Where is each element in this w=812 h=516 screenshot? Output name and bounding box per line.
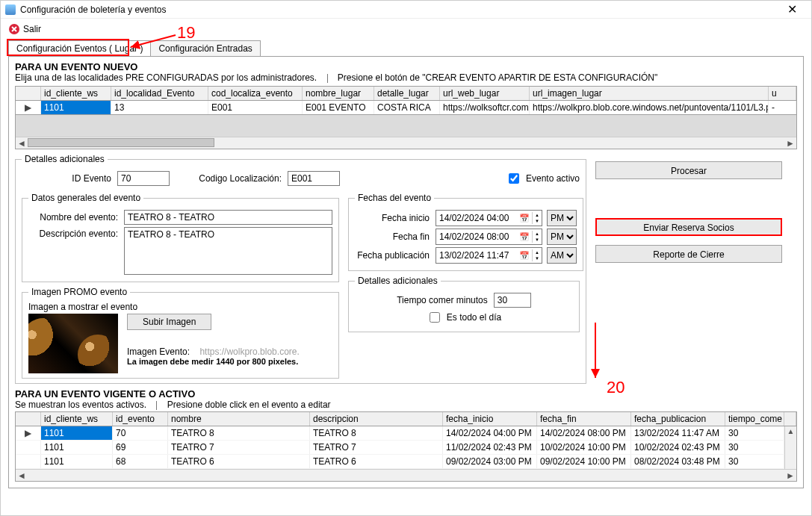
col-cod-localiza-evento[interactable]: cod_localiza_evento <box>208 87 303 100</box>
window-close-button[interactable]: ✕ <box>777 1 807 19</box>
note-dimensiones-imagen: La imagen debe medir 1440 por 800 pixele… <box>127 357 332 366</box>
label-evento-activo: Evento activo <box>526 173 580 184</box>
cell-url-web-lugar: https://wolksoftcr.com/ <box>440 101 530 114</box>
spinner-icon[interactable]: ▲▼ <box>532 212 542 224</box>
select-ampm-publicacion[interactable]: AM <box>547 247 577 264</box>
tab-config-entradas[interactable]: Configuración Entradas <box>150 40 260 56</box>
procesar-button[interactable]: Procesar <box>595 161 782 179</box>
cell-tiempo-come: 30 <box>725 455 784 468</box>
scroll-right-icon[interactable]: ► <box>784 470 796 481</box>
cell-id-evento: 69 <box>113 441 168 454</box>
scroll-right-icon[interactable]: ► <box>784 138 796 149</box>
grid-corner <box>16 412 41 426</box>
select-ampm-inicio[interactable]: PM <box>547 210 577 226</box>
label-id-evento: ID Evento <box>22 173 111 184</box>
col-url-imagen-lugar[interactable]: url_imagen_lugar <box>530 87 769 100</box>
input-fecha-inicio[interactable] <box>436 211 517 225</box>
datetime-fecha-inicio[interactable]: 📅 ▲▼ <box>436 210 542 226</box>
cell-id-localidad-evento: 13 <box>111 101 208 114</box>
datetime-fecha-publicacion[interactable]: 📅 ▲▼ <box>436 247 542 264</box>
cell-fecha-publicacion: 13/02/2024 11:47 AM <box>631 426 725 440</box>
vscroll-head-gap <box>784 412 796 426</box>
input-fecha-publicacion[interactable] <box>436 249 517 262</box>
calendar-icon[interactable]: 📅 <box>517 251 532 261</box>
section-new-title: PARA UN EVENTO NUEVO <box>15 61 797 72</box>
cell-nombre-lugar: E001 EVENTO <box>303 101 374 114</box>
grid-localidades-row[interactable]: ▶ 1101 13 E001 E001 EVENTO COSTA RICA ht… <box>16 101 796 114</box>
col2-fecha-inicio[interactable]: fecha_inicio <box>443 412 537 426</box>
grid-eventos-row[interactable]: ▶110170TEATRO 8TEATRO 814/02/2024 04:00 … <box>16 426 784 441</box>
input-tiempo-comer[interactable] <box>494 293 531 308</box>
reporte-de-cierre-button[interactable]: Reporte de Cierre <box>595 245 782 263</box>
col2-fecha-fin[interactable]: fecha_fin <box>537 412 631 426</box>
cell-detalle-lugar: COSTA RICA <box>374 101 440 114</box>
spinner-icon[interactable]: ▲▼ <box>532 231 542 243</box>
scroll-up-icon[interactable]: ▲ <box>787 426 795 437</box>
legend-detalles-adicionales-2: Detalles adicionales <box>355 276 441 286</box>
col2-tiempo-come[interactable]: tiempo_come <box>725 412 784 426</box>
col-detalle-lugar[interactable]: detalle_lugar <box>374 87 440 100</box>
input-id-evento[interactable] <box>117 171 170 186</box>
grid-eventos-row[interactable]: 110169TEATRO 7TEATRO 711/02/2024 02:43 P… <box>16 441 784 455</box>
cell-fecha-inicio: 11/02/2024 02:43 PM <box>443 441 537 454</box>
col-extra[interactable]: u <box>769 87 796 100</box>
grid-eventos-row[interactable]: 110168TEATRO 6TEATRO 609/02/2024 03:00 P… <box>16 455 784 469</box>
grid-eventos-header: id_cliente_ws id_evento nombre descripci… <box>16 412 796 426</box>
cell-id-evento: 68 <box>113 455 168 468</box>
cell-id-cliente-ws: 1101 <box>41 426 113 440</box>
scroll-thumb[interactable] <box>28 138 214 147</box>
cell-fecha-fin: 14/02/2024 08:00 PM <box>537 426 631 440</box>
separator-icon <box>327 74 328 83</box>
scroll-left-icon[interactable]: ◄ <box>16 470 28 481</box>
legend-imagen-promo: Imagen PROMO evento <box>28 287 130 297</box>
cell-cod-localiza-evento: E001 <box>208 101 303 114</box>
cell-id-cliente-ws: 1101 <box>41 455 113 468</box>
fieldset-imagen-promo: Imagen PROMO evento Imagen a mostrar el … <box>22 287 339 379</box>
grid-eventos-activos[interactable]: id_cliente_ws id_evento nombre descripci… <box>15 411 797 482</box>
cell-id-cliente-ws: 1101 <box>41 441 113 454</box>
input-nombre-evento[interactable] <box>124 210 332 225</box>
select-ampm-fin[interactable]: PM <box>547 229 577 245</box>
col-id-localidad-evento[interactable]: id_localidad_Evento <box>111 87 208 100</box>
subir-imagen-button[interactable]: Subir Imagen <box>127 314 211 330</box>
cell-nombre: TEATRO 8 <box>168 426 310 440</box>
cell-fecha-publicacion: 08/02/2024 03:48 PM <box>631 455 725 468</box>
legend-fechas-evento: Fechas del evento <box>355 193 434 203</box>
grid-hscrollbar[interactable]: ◄ ► <box>16 137 796 149</box>
grid-localidades[interactable]: id_cliente_ws id_localidad_Evento cod_lo… <box>15 86 797 149</box>
col-id-cliente-ws[interactable]: id_cliente_ws <box>41 87 111 100</box>
enviar-reserva-socios-button[interactable]: Enviar Reserva Socios <box>595 218 782 236</box>
col-url-web-lugar[interactable]: url_web_lugar <box>440 87 530 100</box>
textarea-descripcion-evento[interactable]: TEATRO 8 - TEATRO <box>124 227 332 275</box>
checkbox-evento-activo[interactable] <box>509 173 519 184</box>
col2-id-cliente-ws[interactable]: id_cliente_ws <box>41 412 113 426</box>
col2-id-evento[interactable]: id_evento <box>113 412 168 426</box>
grid-vscrollbar[interactable]: ▲ <box>784 426 796 469</box>
section-new-hint: Elija una de las localidades PRE CONFIGU… <box>15 72 797 83</box>
calendar-icon[interactable]: 📅 <box>517 232 532 242</box>
input-codigo-localizacion[interactable] <box>288 171 340 186</box>
spinner-icon[interactable]: ▲▼ <box>532 249 542 261</box>
tab-panel: PARA UN EVENTO NUEVO Elija una de las lo… <box>8 56 804 488</box>
cell-fecha-fin: 10/02/2024 10:00 PM <box>537 441 631 454</box>
tab-config-eventos-lugar[interactable]: Configuración Eventos ( Lugar ) <box>8 40 151 56</box>
col2-nombre[interactable]: nombre <box>168 412 310 426</box>
legend-detalles-adicionales: Detalles adicionales <box>22 154 108 164</box>
datetime-fecha-fin[interactable]: 📅 ▲▼ <box>436 229 542 245</box>
salir-button[interactable]: Salir <box>8 23 41 35</box>
label-codigo-localizacion: Codigo Localización: <box>170 173 282 184</box>
calendar-icon[interactable]: 📅 <box>517 214 532 223</box>
salir-label: Salir <box>23 24 41 34</box>
col-nombre-lugar[interactable]: nombre_lugar <box>303 87 374 100</box>
input-fecha-fin[interactable] <box>436 230 517 243</box>
col2-fecha-publicacion[interactable]: fecha_publicacion <box>631 412 725 426</box>
scroll-left-icon[interactable]: ◄ <box>16 138 28 149</box>
text-imagen-url: https://wolkpro.blob.core. <box>199 346 299 357</box>
action-buttons-column: Procesar Enviar Reserva Socios Reporte d… <box>595 149 797 272</box>
grid2-hscrollbar[interactable]: ◄ ► <box>16 469 796 481</box>
grid-empty-area <box>16 114 796 137</box>
col2-descripcion[interactable]: descripcion <box>310 412 443 426</box>
checkbox-todo-el-dia[interactable] <box>430 312 440 323</box>
cell-fecha-inicio: 09/02/2024 03:00 PM <box>443 455 537 468</box>
sublabel-imagen-mostrar: Imagen a mostrar el evento <box>28 302 332 312</box>
